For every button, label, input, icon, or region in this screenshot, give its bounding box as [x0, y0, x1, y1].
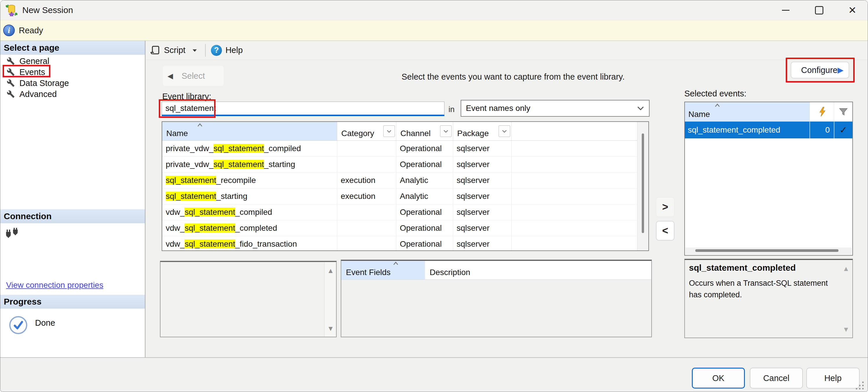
table-row[interactable]: sql_statement_recompile execution Analyt…	[162, 172, 648, 189]
select-tab-label: Select	[182, 71, 205, 81]
sidebar-item-advanced[interactable]: Advanced	[0, 88, 145, 100]
select-a-page-header: Select a page	[0, 41, 145, 55]
category-cell	[337, 236, 396, 251]
column-header-name[interactable]: Name	[162, 122, 337, 140]
wrench-icon	[7, 68, 15, 76]
scroll-down-icon[interactable]: ▼	[327, 325, 334, 333]
progress-status: Done	[35, 318, 55, 328]
connection-header: Connection	[0, 209, 145, 223]
scroll-up-icon[interactable]: ▲	[842, 265, 849, 273]
scroll-up-icon[interactable]: ▲	[327, 267, 334, 275]
configure-label: Configure	[801, 65, 838, 75]
description-title: sql_statement_completed	[689, 263, 848, 273]
search-match-highlight: sql_statement	[185, 239, 235, 249]
category-cell	[337, 204, 396, 220]
toolbar: Script ? Help	[146, 41, 868, 60]
channel-cell: Operational	[396, 141, 453, 156]
selected-event-row[interactable]: sql_statement_completed 0 ✓	[685, 122, 852, 138]
column-header-package[interactable]: Package	[453, 122, 512, 140]
sidebar-item-general[interactable]: General	[0, 55, 145, 67]
column-header-event-fields[interactable]: Event Fields	[341, 261, 425, 280]
search-match-highlight: sql_statement	[166, 176, 216, 185]
table-row[interactable]: vdw_sql_statement_fido_transaction Opera…	[162, 236, 648, 251]
wrench-icon	[7, 90, 15, 98]
column-header-category[interactable]: Category	[337, 122, 396, 140]
minimize-button[interactable]	[772, 0, 799, 20]
channel-filter-dropdown[interactable]	[440, 125, 452, 137]
package-cell: sqlserver	[453, 157, 512, 172]
channel-cell: Operational	[396, 236, 453, 251]
package-filter-dropdown[interactable]	[499, 125, 510, 137]
cancel-button[interactable]: Cancel	[750, 368, 803, 389]
status-text: Ready	[19, 26, 43, 35]
resize-grip[interactable]	[856, 381, 864, 390]
toolbar-divider	[205, 44, 206, 57]
table-row[interactable]: private_vdw_sql_statement_compiled Opera…	[162, 141, 648, 157]
event-fields-table: Event Fields Description	[341, 260, 652, 337]
event-description-panel: sql_statement_completed Occurs when a Tr…	[684, 259, 853, 338]
wrench-icon	[7, 79, 15, 87]
event-library-search-input[interactable]	[162, 102, 444, 116]
table-row[interactable]: vdw_sql_statement_compiled Operational s…	[162, 204, 648, 220]
event-name-cell: vdw_sql_statement_fido_transaction	[162, 236, 337, 251]
actions-column-header[interactable]	[809, 102, 834, 121]
category-cell: execution	[337, 189, 396, 204]
column-header-filler	[506, 261, 651, 280]
connection-icon	[5, 226, 21, 239]
selected-table-hscrollbar[interactable]	[685, 248, 852, 255]
package-cell: sqlserver	[453, 189, 512, 204]
footer: OK Cancel Help	[0, 357, 868, 392]
help-button[interactable]: Help	[225, 45, 243, 55]
help-button[interactable]: Help	[806, 368, 860, 389]
titlebar: New Session ✕	[0, 0, 868, 20]
filter-check-icon: ✓	[834, 122, 852, 138]
table-row[interactable]: sql_statement_starting execution Analyti…	[162, 189, 648, 204]
sidebar-item-data-storage[interactable]: Data Storage	[0, 77, 145, 89]
remove-event-button[interactable]: <	[656, 221, 675, 240]
close-button[interactable]: ✕	[839, 0, 866, 20]
selected-event-name: sql_statement_completed	[685, 122, 809, 138]
new-session-app-icon	[5, 4, 18, 16]
column-header-channel[interactable]: Channel	[396, 122, 453, 140]
event-name-cell: vdw_sql_statement_compiled	[162, 204, 337, 220]
script-dropdown-caret-icon[interactable]	[192, 48, 197, 52]
sub-events-scrollbar[interactable]: ▲ ▼	[324, 262, 336, 337]
event-name-cell: sql_statement_starting	[162, 189, 337, 204]
column-header-description[interactable]: Description	[425, 261, 506, 280]
search-scope-value: Event names only	[466, 104, 530, 113]
event-library-label: Event library:	[162, 92, 211, 101]
category-filter-dropdown[interactable]	[383, 125, 395, 137]
minimize-icon	[782, 10, 789, 11]
script-button[interactable]: Script	[164, 45, 185, 55]
selected-events-label: Selected events:	[684, 89, 746, 98]
scroll-down-icon[interactable]: ▼	[842, 325, 849, 333]
scrollbar-thumb[interactable]	[695, 249, 838, 252]
select-events-tab-button[interactable]: ◀ Select	[163, 66, 224, 86]
library-table-scrollbar[interactable]	[637, 122, 648, 251]
view-connection-properties-link[interactable]: View connection properties	[6, 281, 103, 290]
configure-button[interactable]: Configure ▶	[790, 62, 849, 78]
search-scope-dropdown[interactable]: Event names only	[461, 100, 650, 117]
ok-button[interactable]: OK	[692, 368, 745, 389]
fields-table-header: Event Fields Description	[341, 261, 651, 280]
sidebar-item-events[interactable]: Events	[0, 66, 145, 78]
done-check-icon	[9, 316, 27, 334]
add-event-button[interactable]: >	[656, 197, 675, 217]
sidebar-item-label: Data Storage	[20, 78, 69, 88]
channel-cell: Analytic	[396, 189, 453, 204]
channel-cell: Analytic	[396, 172, 453, 188]
table-row[interactable]: private_vdw_sql_statement_starting Opera…	[162, 157, 648, 172]
package-cell: sqlserver	[453, 204, 512, 220]
table-row[interactable]: vdw_sql_statement_completed Operational …	[162, 220, 648, 236]
channel-cell: Operational	[396, 220, 453, 236]
progress-header: Progress	[0, 295, 145, 308]
selected-event-action-count: 0	[809, 122, 834, 138]
scrollbar-thumb[interactable]	[642, 133, 644, 233]
search-match-highlight: sql_statement	[185, 207, 235, 217]
channel-cell: Operational	[396, 204, 453, 220]
selected-column-header-name[interactable]: Name	[685, 102, 809, 121]
sort-ascending-icon	[392, 261, 399, 265]
filter-column-header[interactable]	[834, 102, 852, 121]
maximize-button[interactable]	[805, 0, 833, 20]
category-cell	[337, 220, 396, 236]
